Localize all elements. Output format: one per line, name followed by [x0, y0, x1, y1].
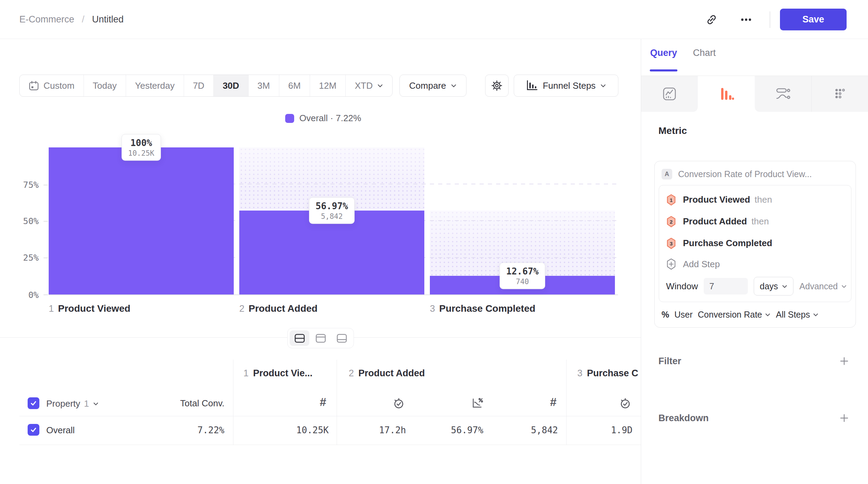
advanced-toggle[interactable]: Advanced [799, 281, 847, 291]
step-hexagon-badge: 1 [666, 194, 676, 206]
query-sidebar: Query Chart [641, 39, 868, 484]
layout-toggle-group [287, 328, 354, 348]
select-all-checkbox[interactable] [28, 397, 39, 409]
measure-entity[interactable]: User [674, 310, 693, 320]
filter-label: Filter [658, 356, 681, 367]
y-axis-tick-mark [44, 294, 48, 295]
step-event-name: Product Added [683, 216, 747, 227]
breadcrumb-separator: / [82, 14, 85, 25]
save-button[interactable]: Save [780, 9, 847, 30]
share-link-button[interactable] [703, 11, 721, 29]
step-event-name: Product Viewed [683, 194, 750, 205]
date-range-30d[interactable]: 30D [213, 75, 248, 96]
hash-count-icon[interactable]: # [550, 395, 557, 408]
funnel-bar-step-3[interactable]: 12.67% 740 [430, 147, 615, 294]
legend-label: Overall · 7.22% [299, 113, 361, 124]
conversion-rate-chart-icon[interactable] [471, 397, 483, 409]
table-column-header-step-2[interactable]: 2Product Added [349, 368, 425, 379]
funnel-step-row-1[interactable]: 1 Product Viewed then [666, 189, 844, 211]
compare-button[interactable]: Compare [399, 75, 466, 97]
window-unit-select[interactable]: days [754, 277, 793, 296]
date-range-7d[interactable]: 7D [184, 75, 213, 96]
breadcrumb-project[interactable]: E-Commerce [19, 14, 74, 25]
view-type-button[interactable]: Funnel Steps [514, 75, 618, 97]
breadcrumb: E-Commerce / Untitled [19, 0, 124, 39]
funnel-icon [718, 87, 734, 101]
time-to-convert-icon[interactable] [392, 397, 405, 409]
svg-text:1: 1 [670, 197, 673, 203]
y-axis-tick-mark [44, 185, 48, 185]
add-step-button[interactable]: Add Step [666, 254, 844, 274]
report-type-tabs [641, 76, 868, 112]
layout-table-toggle[interactable] [332, 330, 351, 346]
layout-split-toggle[interactable] [290, 330, 309, 346]
tab-chart[interactable]: Chart [693, 48, 716, 58]
retention-icon [832, 86, 848, 101]
layout-chart-toggle[interactable] [311, 330, 330, 346]
property-selector[interactable]: Property 1 [46, 397, 99, 410]
total-conversion-header[interactable]: Total Conv. [138, 398, 224, 409]
date-range-12m[interactable]: 12M [310, 75, 346, 96]
date-range-label: Custom [44, 80, 75, 91]
metric-series-row[interactable]: A Conversion Rate of Product View... [655, 161, 856, 185]
more-options-button[interactable] [737, 11, 755, 29]
ellipsis-icon [740, 13, 752, 26]
y-axis-tick-mark [44, 221, 48, 222]
date-range-yesterday[interactable]: Yesterday [126, 75, 184, 96]
legend-swatch [285, 114, 294, 123]
measure-scope-label: All Steps [776, 310, 810, 320]
chevron-down-icon [841, 283, 847, 289]
chart-settings-button[interactable] [485, 75, 509, 97]
date-range-3m[interactable]: 3M [248, 75, 279, 96]
breadcrumb-report-title[interactable]: Untitled [92, 14, 124, 25]
svg-text:3: 3 [670, 240, 673, 246]
tooltip-count: 740 [506, 278, 539, 286]
gear-icon [491, 79, 503, 92]
funnel-step-row-2[interactable]: 2 Product Added then [666, 211, 844, 232]
view-type-label: Funnel Steps [543, 80, 596, 91]
window-value-input[interactable] [704, 278, 748, 294]
hash-count-icon[interactable]: # [320, 395, 326, 408]
cell-step2-rate: 56.97% [407, 424, 483, 436]
add-step-hexagon-icon [666, 258, 676, 270]
date-range-custom[interactable]: Custom [20, 75, 84, 96]
x-axis-label-step-3: 3 Purchase Completed [430, 303, 536, 314]
measure-scope-select[interactable]: All Steps [776, 310, 819, 320]
measure-metric-select[interactable]: Conversion Rate [698, 310, 771, 320]
table-column-header-step-1[interactable]: 1Product Vie... [243, 368, 312, 379]
add-breakdown-button[interactable] [839, 413, 849, 423]
row-checkbox-overall[interactable] [28, 424, 39, 436]
date-range-6m[interactable]: 6M [279, 75, 310, 96]
tooltip-percentage: 56.97% [316, 201, 348, 211]
tooltip-count: 5,842 [316, 212, 348, 221]
report-type-flows[interactable] [755, 76, 812, 112]
series-badge: A [662, 169, 672, 180]
compare-label: Compare [409, 80, 446, 91]
window-unit-label: days [760, 281, 778, 291]
date-range-today[interactable]: Today [84, 75, 126, 96]
funnel-bar-step-2[interactable]: 56.97% 5,842 [239, 147, 424, 294]
tab-query[interactable]: Query [650, 48, 677, 58]
add-filter-button[interactable] [839, 356, 849, 366]
funnel-bar-step-1[interactable]: 100% 10.25K [49, 147, 234, 294]
report-type-insights[interactable] [641, 76, 698, 112]
report-type-retention[interactable] [812, 76, 868, 112]
layout-bottom-icon [336, 333, 347, 343]
report-type-funnels[interactable] [698, 76, 754, 112]
plus-icon [839, 356, 849, 366]
flows-icon [775, 86, 791, 101]
chart-legend[interactable]: Overall · 7.22% [285, 113, 361, 124]
property-label: Property [46, 398, 80, 409]
y-axis-tick-label: 75% [10, 179, 39, 191]
measurement-row: % User Conversion Rate All Steps [655, 302, 856, 327]
date-range-xtd[interactable]: XTD [345, 75, 392, 96]
funnel-step-row-3[interactable]: 3 Purchase Completed [666, 232, 844, 254]
step-event-name: Purchase Completed [683, 238, 772, 249]
table-header-divider [19, 416, 641, 416]
step-hexagon-badge: 2 [666, 216, 676, 228]
table-column-header-step-3[interactable]: 3Purchase C [577, 368, 638, 379]
x-axis-label-step-1: 1 Product Viewed [49, 303, 131, 314]
y-axis-tick-label: 0% [10, 289, 39, 301]
time-to-convert-icon[interactable] [619, 397, 631, 409]
chevron-down-icon [93, 401, 99, 407]
